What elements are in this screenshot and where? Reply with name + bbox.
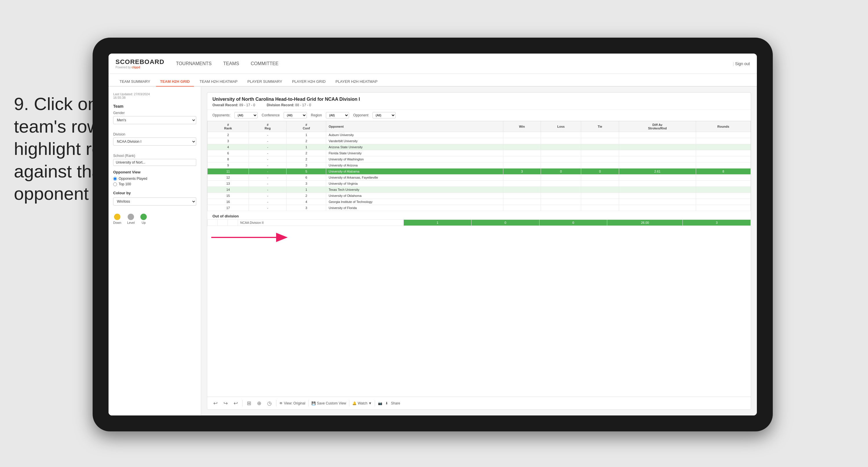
separator-3 [308,400,309,407]
table-row[interactable]: 8 - 2 University of Washington [208,156,751,163]
nav-teams[interactable]: TEAMS [223,60,239,67]
highlighted-rounds: 8 [696,169,751,175]
gender-group: Gender Men's [113,111,196,128]
table-row[interactable]: 15 - 2 University of Oklahoma [208,193,751,199]
bottom-toolbar: ↩ ↪ ↩ ⊞ ⊕ ◷ 👁 View: Original [207,397,751,409]
legend-up-dot [141,214,147,220]
nav-items: TOURNAMENTS TEAMS COMMITTEE [176,60,733,67]
table-row-highlighted[interactable]: 11 - 5 University of Alabama 3 0 0 2.61 … [208,169,751,175]
table-row[interactable]: 16 - 4 Georgia Institute of Technology [208,199,751,205]
grid-records: Overall Record: 89 - 17 - 0 Division Rec… [212,103,746,107]
view-original-button[interactable]: 👁 View: Original [279,401,305,405]
cell-conf: 1 [286,132,326,138]
col-loss: Loss [541,121,581,132]
table-row[interactable]: 6 - 2 Florida State University [208,150,751,156]
col-conf: #Conf [286,121,326,132]
radio-opponents-played[interactable]: Opponents Played [113,177,196,181]
tab-player-h2h-heatmap[interactable]: PLAYER H2H HEATMAP [332,77,381,87]
legend-row: Down Level Up [113,214,196,224]
redo-button[interactable]: ↪ [222,400,229,407]
nav-tournaments[interactable]: TOURNAMENTS [176,60,212,67]
legend-down: Down [113,214,121,224]
legend-level: Level [127,214,134,224]
undo-button[interactable]: ↩ [212,400,219,407]
nav-committee[interactable]: COMMITTEE [251,60,278,67]
col-rank: #Rank [208,121,249,132]
separator-2 [276,400,276,407]
out-of-division-rounds: 3 [683,220,751,226]
share-button[interactable]: Share [391,401,400,405]
opponents-filter-select[interactable]: (All) [235,112,257,118]
school-group: School (Rank) [113,154,196,166]
h2h-grid-table: #Rank #Reg #Conf Opponent Win Loss Tie D… [207,121,751,211]
out-of-division-table: NCAA Division II 1 0 0 26.00 3 [207,220,751,226]
save-label: Save Custom View [317,401,346,405]
colour-by-group: Colour by Win/loss [113,191,196,210]
legend-up: Up [141,214,147,224]
out-of-division-tie: 0 [539,220,607,226]
table-row[interactable]: 14 - 1 Texas Tech University [208,187,751,193]
content-area: University of North Carolina Head-to-Hea… [201,87,757,415]
logo-powered-by: Powered by clippd [116,66,164,69]
legend-down-label: Down [113,221,121,224]
opponent-filter-select[interactable]: (All) [372,112,396,118]
cell-tie [581,132,619,138]
tablet-device: SCOREBOARD Powered by clippd TOURNAMENTS… [93,38,773,431]
tab-team-h2h-heatmap[interactable]: TEAM H2H HEATMAP [196,77,242,87]
opponents-filter-label: Opponents: [212,113,230,117]
save-icon: 💾 [311,401,316,405]
camera-button[interactable]: 📷 [378,401,382,405]
table-row[interactable]: 4 - 1 Arizona State University [208,144,751,150]
download-button[interactable]: ⬇ [385,401,388,405]
colour-by-select[interactable]: Win/loss [113,198,196,206]
radio-top-100[interactable]: Top 100 [113,182,196,186]
table-row[interactable]: 13 - 3 University of Virginia [208,181,751,187]
region-filter-select[interactable]: (All) [326,112,349,118]
separator-1 [242,400,243,407]
table-row[interactable]: 2 - 1 Auburn University [208,132,751,138]
tab-team-h2h-grid[interactable]: TEAM H2H GRID [156,77,194,87]
table-header-row: #Rank #Reg #Conf Opponent Win Loss Tie D… [208,121,751,132]
tab-player-summary[interactable]: PLAYER SUMMARY [243,77,286,87]
clock-button[interactable]: ◷ [266,400,273,407]
gender-select[interactable]: Men's [113,116,196,124]
save-custom-view-button[interactable]: 💾 Save Custom View [311,401,346,405]
top-navigation: SCOREBOARD Powered by clippd TOURNAMENTS… [108,54,757,74]
division-select[interactable]: NCAA Division I [113,138,196,146]
highlighted-rank: 11 [208,169,249,175]
opponent-view-options: Opponents Played Top 100 [113,177,196,186]
separator-5 [375,400,375,407]
legend-down-dot [114,214,120,220]
opponent-view-label: Opponent View [113,170,196,174]
table-row[interactable]: 17 - 3 University of Florida [208,205,751,211]
out-of-division-win: 1 [403,220,471,226]
cell-opponent: Auburn University [326,132,503,138]
division-group: Division NCAA Division I [113,132,196,150]
table-row[interactable]: 9 - 3 University of Arizona [208,163,751,169]
out-of-division-row[interactable]: NCAA Division II 1 0 0 26.00 3 [208,220,751,226]
school-input[interactable] [113,159,196,166]
separator-4 [349,400,349,407]
tab-team-summary[interactable]: TEAM SUMMARY [116,77,154,87]
gender-label: Gender [113,111,196,115]
sub-navigation: TEAM SUMMARY TEAM H2H GRID TEAM H2H HEAT… [108,74,757,87]
conference-filter-select[interactable]: (All) [284,112,307,118]
grid-filters: Opponents: (All) Conference (All) Region… [207,110,751,121]
table-row[interactable]: 12 - 6 University of Arkansas, Fayettevi… [208,175,751,181]
back-button[interactable]: ↩ [232,400,239,407]
out-of-division-label: NCAA Division II [238,220,404,226]
step-number: 9. [14,94,29,114]
table-row[interactable]: 3 - 2 Vanderbilt University [208,138,751,144]
sign-out-link[interactable]: Sign out [733,61,750,66]
highlighted-tie: 0 [581,169,619,175]
watch-button[interactable]: 🔔 Watch ▼ [352,401,372,405]
data-table-wrapper: #Rank #Reg #Conf Opponent Win Loss Tie D… [207,121,751,397]
watch-icon: 🔔 [352,401,356,405]
cell-diff [619,132,696,138]
logo-brand: clippd [132,66,140,69]
add-button[interactable]: ⊕ [255,400,263,407]
legend-level-dot [128,214,134,220]
grid-button[interactable]: ⊞ [245,400,253,407]
tab-player-h2h-grid[interactable]: PLAYER H2H GRID [288,77,330,87]
col-rounds: Rounds [696,121,751,132]
